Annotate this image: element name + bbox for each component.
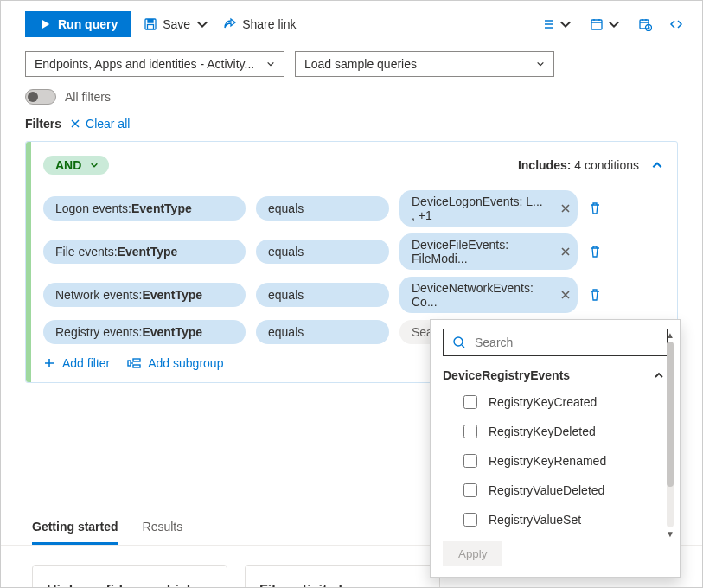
delete-filter-button[interactable] (588, 201, 604, 215)
dropdown-row: Endpoints, Apps and identities - Activit… (1, 42, 702, 80)
filter-field-chip[interactable]: Registry events: EventType (43, 320, 246, 344)
includes-summary: Includes: 4 conditions (518, 158, 639, 172)
filter-value-chip[interactable]: DeviceLogonEvents: L... , +1 (399, 190, 578, 227)
logic-selector[interactable]: AND (43, 156, 109, 175)
svg-rect-7 (133, 365, 140, 368)
toolbar-right (541, 17, 683, 31)
tab-getting-started[interactable]: Getting started (32, 513, 118, 545)
run-query-button[interactable]: Run query (25, 11, 131, 37)
sample-card[interactable]: File activity by name or sha256 (245, 565, 440, 588)
chevron-down-icon (266, 60, 275, 68)
tab-results[interactable]: Results (143, 513, 183, 545)
list-icon (541, 17, 555, 31)
filter-operator-chip[interactable]: equals (256, 196, 389, 220)
value-search-box[interactable] (443, 329, 668, 356)
chevron-down-icon (559, 17, 572, 31)
filter-row: Network events: EventTypeequalsDeviceNet… (43, 273, 663, 316)
clear-value-icon[interactable] (560, 203, 571, 214)
value-search-input[interactable] (473, 335, 658, 350)
all-filters-toggle[interactable] (25, 89, 56, 105)
all-filters-row: All filters (1, 80, 702, 108)
value-option-label: RegistryValueDeleted (489, 483, 604, 497)
code-toggle-button[interactable] (669, 17, 683, 31)
clear-all-button[interactable]: Clear all (70, 117, 130, 131)
add-subgroup-label: Add subgroup (148, 356, 223, 370)
sample-queries-label: Load sample queries (304, 57, 417, 71)
clear-all-label: Clear all (86, 117, 130, 131)
scroll-down-icon[interactable]: ▼ (666, 529, 674, 539)
tables-dropdown[interactable]: Endpoints, Apps and identities - Activit… (25, 51, 284, 77)
chevron-down-icon (195, 17, 209, 31)
value-option[interactable]: RegistryValueDeleted (439, 476, 671, 505)
calendar-clock-icon (638, 17, 652, 31)
plus-icon (43, 357, 55, 369)
toolbar: Run query Save Share link (1, 1, 702, 42)
share-link-button[interactable]: Share link (221, 14, 297, 35)
add-filter-label: Add filter (62, 356, 110, 370)
calendar-icon (590, 17, 604, 31)
clear-value-icon[interactable] (560, 246, 571, 257)
filters-header: Filters Clear all (1, 108, 702, 137)
svg-rect-2 (591, 20, 602, 29)
all-filters-label: All filters (65, 90, 111, 104)
schedule-button[interactable] (638, 17, 652, 31)
clear-value-icon[interactable] (560, 290, 571, 300)
value-option-checkbox[interactable] (463, 513, 477, 527)
filter-field-chip[interactable]: Network events: EventType (43, 283, 246, 307)
filter-field-chip[interactable]: File events: EventType (43, 240, 246, 264)
run-query-label: Run query (58, 17, 118, 31)
chevron-up-icon (654, 370, 664, 380)
collapse-button[interactable] (651, 159, 663, 171)
sample-queries-dropdown[interactable]: Load sample queries (295, 51, 554, 77)
value-group-header[interactable]: DeviceRegistryEvents (439, 365, 671, 387)
delete-filter-button[interactable] (588, 288, 604, 302)
filter-row: Logon events: EventTypeequalsDeviceLogon… (43, 187, 663, 230)
value-option[interactable]: RegistryKeyDeleted (439, 417, 671, 446)
filter-operator-chip[interactable]: equals (256, 283, 389, 307)
filter-field-chip[interactable]: Logon events: EventType (43, 196, 246, 220)
svg-rect-1 (148, 25, 154, 29)
filter-value-chip[interactable]: DeviceNetworkEvents: Co... (399, 277, 578, 313)
tables-dropdown-label: Endpoints, Apps and identities - Activit… (35, 57, 254, 71)
value-group-name: DeviceRegistryEvents (443, 368, 570, 382)
apply-button[interactable]: Apply (443, 541, 502, 566)
filter-operator-chip[interactable]: equals (256, 240, 389, 264)
add-subgroup-button[interactable]: Add subgroup (127, 356, 223, 370)
chevron-down-icon (90, 161, 99, 169)
logic-label: AND (55, 158, 81, 172)
filter-row: File events: EventTypeequalsDeviceFileEv… (43, 230, 663, 273)
svg-rect-5 (128, 361, 131, 366)
value-option-label: RegistryKeyCreated (489, 395, 597, 409)
date-range-button[interactable] (590, 17, 621, 31)
value-option[interactable]: RegistryKeyCreated (439, 387, 671, 417)
value-option-checkbox[interactable] (463, 483, 477, 497)
scroll-track[interactable] (667, 342, 674, 527)
filter-value-chip[interactable]: DeviceFileEvents: FileModi... (399, 233, 578, 270)
share-icon (223, 17, 237, 31)
value-option[interactable]: RegistryKeyRenamed (439, 446, 671, 476)
chevron-down-icon (536, 60, 545, 68)
add-filter-button[interactable]: Add filter (43, 356, 110, 370)
chevron-down-icon (607, 17, 621, 31)
chevron-up-icon (651, 159, 663, 171)
svg-rect-3 (640, 20, 649, 29)
sample-card[interactable]: High confidence phish email delivered to… (32, 565, 227, 588)
scrollbar[interactable]: ▲ ▼ (664, 330, 676, 539)
filter-operator-chip[interactable]: equals (256, 320, 389, 344)
delete-filter-button[interactable] (588, 245, 604, 259)
filters-label: Filters (25, 117, 61, 131)
value-option-checkbox[interactable] (463, 454, 477, 468)
value-option[interactable]: RegistryValueSet (439, 505, 671, 534)
save-icon (144, 17, 157, 31)
scroll-thumb[interactable] (667, 342, 674, 487)
value-option-checkbox[interactable] (463, 425, 477, 438)
value-option-checkbox[interactable] (463, 395, 477, 409)
svg-point-8 (454, 337, 463, 346)
svg-rect-6 (133, 359, 140, 361)
list-view-button[interactable] (541, 17, 572, 31)
play-icon (39, 18, 51, 30)
close-icon (70, 118, 80, 129)
value-picker-popup: DeviceRegistryEvents RegistryKeyCreatedR… (430, 319, 681, 578)
save-button[interactable]: Save (142, 14, 211, 35)
scroll-up-icon[interactable]: ▲ (666, 330, 674, 340)
